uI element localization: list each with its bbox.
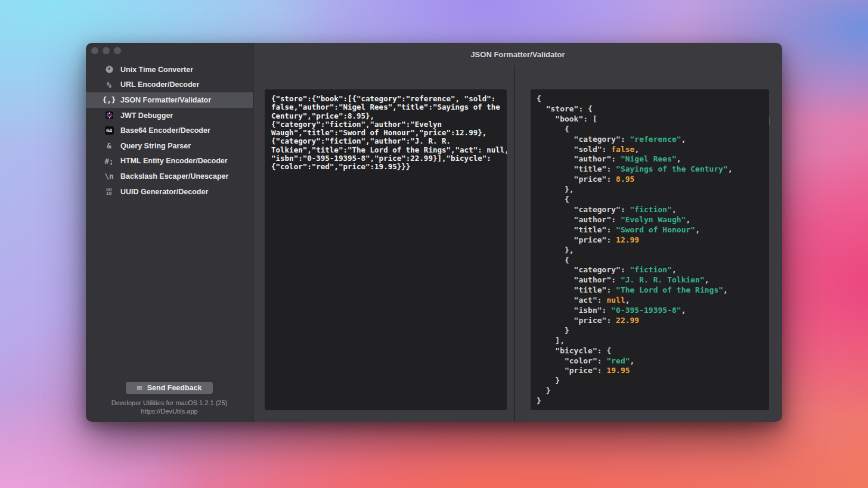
percent-icon: % <box>103 80 116 89</box>
sidebar-item-label: Base64 Encoder/Decoder <box>120 126 210 135</box>
clock-icon <box>103 66 116 73</box>
sidebar-nav: Unix Time Converter % URL Encoder/Decode… <box>86 62 253 199</box>
content-area: JSON Formatter/Validator Input: Clipboar… <box>253 43 782 422</box>
output-editor-code: { "store": { "book": [ { "category": "re… <box>531 89 769 406</box>
envelope-icon: ✉ <box>137 384 142 392</box>
app-window: Unix Time Converter % URL Encoder/Decode… <box>86 43 782 422</box>
braces-icon: {,} <box>103 95 116 104</box>
sidebar-item-label: JSON Formatter/Validator <box>120 96 211 104</box>
input-editor-text: {"store":{"book":[{"category":"reference… <box>265 89 507 177</box>
input-editor[interactable]: {"store":{"book":[{"category":"reference… <box>265 89 507 410</box>
sidebar: Unix Time Converter % URL Encoder/Decode… <box>86 43 253 422</box>
window-title: JSON Formatter/Validator <box>253 50 782 59</box>
sidebar-item-url-encoder-decoder[interactable]: % URL Encoder/Decoder <box>86 77 253 93</box>
zoom-window-button[interactable] <box>114 47 121 54</box>
sidebar-item-backslash-escaper-unescaper[interactable]: \n Backslash Escaper/Unescaper <box>86 169 253 184</box>
sidebar-item-query-string-parser[interactable]: & Query String Parser <box>86 138 253 154</box>
send-feedback-button[interactable]: ✉ Send Feedback <box>126 382 213 394</box>
sidebar-item-label: Unix Time Converter <box>120 66 193 74</box>
sidebar-item-jwt-debugger[interactable]: JWT Debugger <box>86 108 253 123</box>
sidebar-item-html-entity-encoder-decoder[interactable]: #; HTML Entity Encoder/Decoder <box>86 154 253 169</box>
sidebar-item-label: Backslash Escaper/Unescaper <box>120 172 228 181</box>
sidebar-item-label: HTML Entity Encoder/Decoder <box>120 157 228 165</box>
sidebar-item-json-formatter-validator[interactable]: {,} JSON Formatter/Validator <box>86 92 253 108</box>
sidebar-item-unix-time-converter[interactable]: Unix Time Converter <box>86 62 253 77</box>
backslash-icon: \n <box>103 172 116 181</box>
sidebar-item-label: UUID Generator/Decoder <box>120 188 208 196</box>
pane-divider <box>514 66 514 422</box>
base64-icon: 64 <box>103 126 116 135</box>
sidebar-item-label: JWT Debugger <box>120 111 173 120</box>
jwt-icon <box>103 111 116 119</box>
app-version-text: Developer Utilities for macOS 1.2.1 (25) <box>86 399 253 406</box>
app-url-text: https://DevUtils.app <box>86 408 253 415</box>
sidebar-item-label: URL Encoder/Decoder <box>120 80 199 89</box>
ampersand-icon: & <box>103 141 116 150</box>
traffic-lights <box>91 47 121 54</box>
send-feedback-label: Send Feedback <box>147 384 202 392</box>
uuid-icon: UUID <box>103 188 116 195</box>
sidebar-item-uuid-generator-decoder[interactable]: UUID UUID Generator/Decoder <box>86 184 253 200</box>
sidebar-item-label: Query String Parser <box>120 142 191 150</box>
output-editor[interactable]: { "store": { "book": [ { "category": "re… <box>531 89 769 410</box>
close-window-button[interactable] <box>91 47 98 54</box>
minimize-window-button[interactable] <box>103 47 110 54</box>
hash-icon: #; <box>103 157 116 166</box>
sidebar-item-base64-encoder-decoder[interactable]: 64 Base64 Encoder/Decoder <box>86 123 253 138</box>
